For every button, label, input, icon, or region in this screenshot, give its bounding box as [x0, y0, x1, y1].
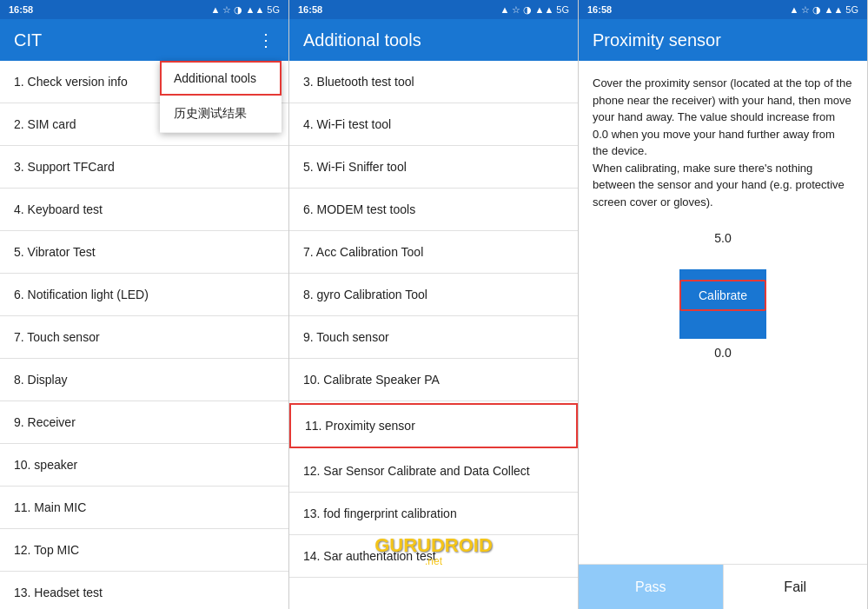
tools-item-7[interactable]: 9. Touch sensor	[289, 316, 578, 359]
dropdown-item-additional-tools[interactable]: Additional tools	[160, 61, 282, 96]
panel-proximity-sensor: 16:58 ▲ ☆ ◑ ▲▲ 5G Proximity sensor Cover…	[579, 0, 868, 609]
tools-item-11[interactable]: 13. fod fingerprint calibration	[289, 493, 578, 535]
tools-item-10[interactable]: 12. Sar Sensor Calibrate and Data Collec…	[289, 450, 578, 493]
dropdown-menu-1: Additional tools 历史测试结果	[160, 61, 282, 133]
app-title-1: CIT	[14, 30, 42, 50]
status-icons-3: ▲ ☆ ◑ ▲▲ 5G	[789, 4, 858, 16]
tools-item-2[interactable]: 4. Wi-Fi test tool	[289, 103, 578, 146]
list-item-7[interactable]: 7. Touch sensor	[0, 316, 288, 359]
pass-button[interactable]: Pass	[579, 565, 723, 609]
tools-item-12[interactable]: 14. Sar authentation test	[289, 535, 578, 578]
panel-additional-tools: 16:58 ▲ ☆ ◑ ▲▲ 5G Additional tools 3. Bl…	[289, 0, 579, 609]
list-item-6[interactable]: 6. Notification light (LED)	[0, 274, 288, 316]
tools-item-4[interactable]: 6. MODEM test tools	[289, 189, 578, 231]
list-item-10[interactable]: 10. speaker	[0, 444, 288, 487]
app-title-2: Additional tools	[303, 30, 421, 50]
tools-item-9-highlighted[interactable]: 11. Proximity sensor	[289, 403, 578, 448]
list-item-9[interactable]: 9. Receiver	[0, 401, 288, 444]
status-time-2: 16:58	[298, 4, 322, 15]
list-item-11[interactable]: 11. Main MIC	[0, 487, 288, 529]
list-item-12[interactable]: 12. Top MIC	[0, 529, 288, 572]
tools-item-3[interactable]: 5. Wi-Fi Sniffer tool	[289, 146, 578, 189]
panel3-bottom-buttons: Pass Fail	[579, 564, 867, 609]
cit-menu-list: 1. Check version info 2. SIM card 3. Sup…	[0, 61, 288, 609]
gauge-value-top: 5.0	[714, 231, 731, 245]
gauge-value-bottom: 0.0	[714, 346, 731, 360]
list-item-4[interactable]: 4. Keyboard test	[0, 189, 288, 231]
tools-item-1[interactable]: 3. Bluetooth test tool	[289, 61, 578, 103]
dropdown-item-history[interactable]: 历史测试结果	[160, 96, 282, 133]
proximity-gauge: 5.0 Calibrate 0.0	[593, 231, 853, 360]
calibrate-btn-wrapper: Calibrate	[679, 280, 766, 311]
status-icons-2: ▲ ☆ ◑ ▲▲ 5G	[500, 4, 569, 16]
list-item-3[interactable]: 3. Support TFCard	[0, 146, 288, 189]
gauge-bar-container: Calibrate	[679, 252, 766, 339]
list-item-8[interactable]: 8. Display	[0, 359, 288, 401]
menu-icon-1[interactable]: ⋮	[257, 30, 275, 50]
status-bar-3: 16:58 ▲ ☆ ◑ ▲▲ 5G	[579, 0, 867, 19]
tools-item-6[interactable]: 8. gyro Calibration Tool	[289, 274, 578, 316]
app-bar-3: Proximity sensor	[579, 19, 867, 61]
status-bar-2: 16:58 ▲ ☆ ◑ ▲▲ 5G	[289, 0, 578, 19]
status-bar-1: 16:58 ▲ ☆ ◑ ▲▲ 5G	[0, 0, 288, 19]
proximity-content: Cover the proximity sensor (located at t…	[579, 61, 867, 564]
status-time-1: 16:58	[9, 4, 33, 15]
app-bar-1: CIT ⋮	[0, 19, 288, 61]
list-item-5[interactable]: 5. Vibrator Test	[0, 231, 288, 274]
tools-list: 3. Bluetooth test tool 4. Wi-Fi test too…	[289, 61, 578, 609]
proximity-description: Cover the proximity sensor (located at t…	[593, 75, 853, 210]
list-item-13[interactable]: 13. Headset test	[0, 572, 288, 609]
app-title-3: Proximity sensor	[593, 30, 721, 50]
calibrate-button[interactable]: Calibrate	[679, 280, 766, 311]
status-time-3: 16:58	[587, 4, 612, 15]
panel-cit-main: 16:58 ▲ ☆ ◑ ▲▲ 5G CIT ⋮ Additional tools…	[0, 0, 289, 609]
app-bar-2: Additional tools	[289, 19, 578, 61]
tools-item-8[interactable]: 10. Calibrate Speaker PA	[289, 359, 578, 401]
status-icons-1: ▲ ☆ ◑ ▲▲ 5G	[210, 4, 280, 16]
tools-item-5[interactable]: 7. Acc Calibration Tool	[289, 231, 578, 274]
fail-button[interactable]: Fail	[723, 565, 868, 609]
